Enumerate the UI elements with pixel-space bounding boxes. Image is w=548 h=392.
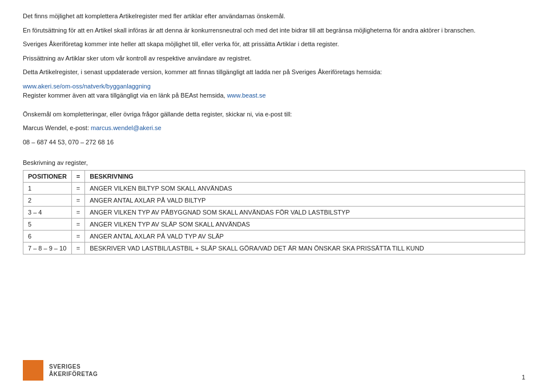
cell-eq: = bbox=[71, 242, 84, 254]
cell-position: 2 bbox=[23, 194, 72, 206]
email-link[interactable]: marcus.wendel@akeri.se bbox=[91, 124, 162, 131]
content-area: Det finns möjlighet att komplettera Arti… bbox=[23, 11, 525, 254]
paragraph-4: Prissättning av Artiklar sker utom vår k… bbox=[23, 54, 525, 63]
paragraph-8: Marcus Wendel, e-post: marcus.wendel@ake… bbox=[23, 123, 525, 133]
cell-description: ANGER ANTAL AXLAR PÅ VALD BILTYP bbox=[85, 194, 525, 206]
paragraph-1: Det finns möjlighet att komplettera Arti… bbox=[23, 11, 525, 21]
table-row: 3 – 4=ANGER VILKEN TYP AV PÅBYGGNAD SOM … bbox=[23, 206, 525, 218]
header-position: POSITIONER bbox=[23, 170, 72, 182]
cell-eq: = bbox=[71, 218, 84, 230]
cell-eq: = bbox=[71, 230, 84, 242]
table-row: 2=ANGER ANTAL AXLAR PÅ VALD BILTYP bbox=[23, 194, 525, 206]
cell-description: ANGER ANTAL AXLAR PÅ VALD TYP AV SLÄP bbox=[85, 230, 525, 242]
cell-eq: = bbox=[71, 194, 84, 206]
header-description: BESKRIVNING bbox=[85, 170, 525, 182]
cell-position: 1 bbox=[23, 182, 72, 194]
paragraph-5: Detta Artikelregister, i senast uppdater… bbox=[23, 67, 525, 77]
paragraph-6: www.akeri.se/om-oss/natverk/bygganlaggni… bbox=[23, 82, 525, 100]
cell-position: 7 – 8 – 9 – 10 bbox=[23, 242, 72, 254]
beast-prefix: Register kommer även att vara tillgängli… bbox=[23, 92, 227, 99]
table-header-row: POSITIONER = BESKRIVNING bbox=[23, 170, 525, 182]
cell-description: ANGER VILKEN TYP AV PÅBYGGNAD SOM SKALL … bbox=[85, 206, 525, 218]
cell-description: ANGER VILKEN TYP AV SLÄP SOM SKALL ANVÄN… bbox=[85, 218, 525, 230]
cell-description: BESKRIVER VAD LASTBIL/LASTBIL + SLÄP SKA… bbox=[85, 242, 525, 254]
cell-position: 6 bbox=[23, 230, 72, 242]
register-table: POSITIONER = BESKRIVNING 1=ANGER VILKEN … bbox=[23, 170, 525, 254]
paragraph-9: 08 – 687 44 53, 070 – 272 68 16 bbox=[23, 138, 525, 147]
paragraph-7: Önskemål om kompletteringar, eller övrig… bbox=[23, 110, 525, 119]
cell-position: 5 bbox=[23, 218, 72, 230]
contact-prefix: Marcus Wendel, e-post: bbox=[23, 124, 91, 131]
beast-link[interactable]: www.beast.se bbox=[227, 92, 266, 99]
page-number: 1 bbox=[522, 374, 525, 381]
table-description-heading: Beskrivning av register, bbox=[23, 158, 525, 168]
cell-eq: = bbox=[71, 206, 84, 218]
cell-position: 3 – 4 bbox=[23, 206, 72, 218]
logo-orange-square bbox=[23, 360, 43, 381]
logo-text: SVERIGES ÅKERIFÖRETAG bbox=[49, 363, 98, 378]
table-row: 7 – 8 – 9 – 10=BESKRIVER VAD LASTBIL/LAS… bbox=[23, 242, 525, 254]
logo-line1: SVERIGES bbox=[49, 363, 80, 370]
table-row: 1=ANGER VILKEN BILTYP SOM SKALL ANVÄNDAS bbox=[23, 182, 525, 194]
table-row: 6=ANGER ANTAL AXLAR PÅ VALD TYP AV SLÄP bbox=[23, 230, 525, 242]
header-eq: = bbox=[71, 170, 84, 182]
cell-description: ANGER VILKEN BILTYP SOM SKALL ANVÄNDAS bbox=[85, 182, 525, 194]
logo-area: SVERIGES ÅKERIFÖRETAG bbox=[23, 360, 98, 381]
paragraph-2: En förutsättning för att en Artikel skal… bbox=[23, 26, 525, 35]
table-row: 5=ANGER VILKEN TYP AV SLÄP SOM SKALL ANV… bbox=[23, 218, 525, 230]
akeri-link[interactable]: www.akeri.se/om-oss/natverk/bygganlaggni… bbox=[23, 83, 151, 90]
logo-line2: ÅKERIFÖRETAG bbox=[49, 371, 98, 377]
footer: SVERIGES ÅKERIFÖRETAG 1 bbox=[23, 360, 525, 381]
cell-eq: = bbox=[71, 182, 84, 194]
paragraph-3: Sveriges Åkeriföretag kommer inte heller… bbox=[23, 39, 525, 49]
